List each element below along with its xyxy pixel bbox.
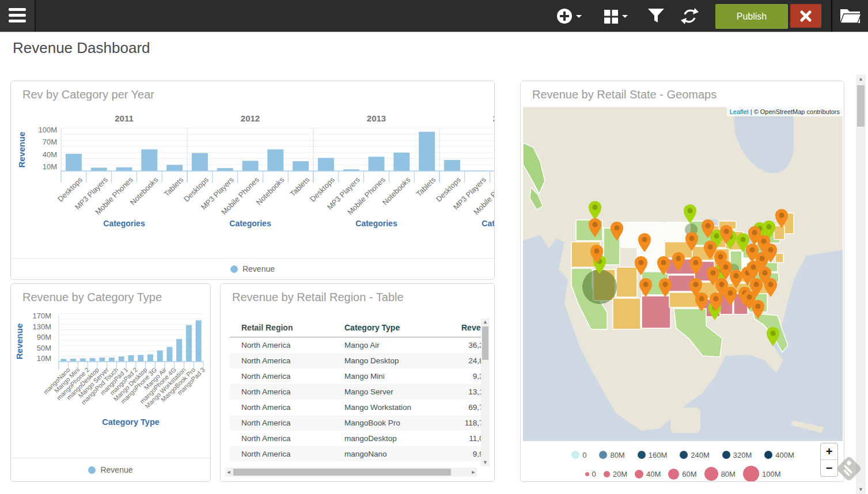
bar[interactable] xyxy=(147,355,153,362)
bar[interactable] xyxy=(91,168,107,171)
table-hscroll-thumb[interactable] xyxy=(233,469,451,476)
scroll-down-arrow-icon[interactable]: ▼ xyxy=(856,487,866,492)
bar[interactable] xyxy=(369,157,385,171)
revenue-bubble[interactable] xyxy=(582,269,617,304)
legend-item: 80M xyxy=(599,451,624,459)
table-row: North America Mango Server 13,18 xyxy=(230,384,481,400)
hamburger-icon xyxy=(9,8,26,11)
scroll-up-arrow-icon[interactable]: ▲ xyxy=(481,320,490,325)
state-shape[interactable] xyxy=(616,267,637,297)
legend-dot-icon xyxy=(743,466,759,482)
svg-text:Category Type: Category Type xyxy=(102,417,160,427)
svg-text:Revenue: Revenue xyxy=(14,324,24,360)
bar[interactable] xyxy=(66,154,82,171)
leaflet-map[interactable]: Leaflet | © OpenStreetMap contributors xyxy=(523,107,843,441)
plus-circle-icon xyxy=(556,8,573,24)
bar[interactable] xyxy=(186,325,192,362)
scroll-left-arrow-icon[interactable]: ◄ xyxy=(225,470,232,475)
bar[interactable] xyxy=(217,168,233,171)
bar[interactable] xyxy=(99,358,105,362)
hamburger-menu-button[interactable] xyxy=(0,0,35,32)
state-shape[interactable] xyxy=(642,296,670,328)
legend-dot-icon xyxy=(680,451,688,459)
brand-tag-watermark-icon xyxy=(834,454,864,484)
table-vertical-scrollbar[interactable]: ▲ ▼ xyxy=(481,318,490,466)
bar[interactable] xyxy=(192,153,208,171)
col-header: Revenue xyxy=(461,323,481,332)
chart-legend: Revenue xyxy=(11,258,494,279)
table-header-row: Retail Region Category Type Revenue xyxy=(230,318,481,337)
bar-chart: 170M130M90M50M10MRevenuemangoNanoMango M… xyxy=(11,307,210,459)
svg-text:Revenue: Revenue xyxy=(17,132,26,168)
add-widget-button[interactable] xyxy=(556,7,582,25)
bar[interactable] xyxy=(116,168,132,171)
svg-text:Notebooks: Notebooks xyxy=(381,175,412,207)
bar[interactable] xyxy=(109,358,115,362)
leaflet-link[interactable]: Leaflet xyxy=(730,108,749,115)
col-header: Category Type xyxy=(344,323,400,332)
svg-text:Categories: Categories xyxy=(229,219,271,228)
legend-item: 400M xyxy=(764,451,794,459)
svg-text:Categories: Categories xyxy=(482,219,494,228)
bar[interactable] xyxy=(157,351,163,362)
scroll-up-arrow-icon[interactable]: ▲ xyxy=(856,77,866,82)
svg-text:Tablets: Tablets xyxy=(414,175,437,198)
grid-icon xyxy=(604,9,619,24)
legend-dot-icon xyxy=(571,451,579,459)
scroll-right-arrow-icon[interactable]: ► xyxy=(470,470,477,475)
map-legend: 0 80M 160M 240M 320M 400M 0 20M 40M 60M … xyxy=(521,444,844,482)
bar[interactable] xyxy=(242,161,259,171)
svg-text:Tablets: Tablets xyxy=(288,175,311,198)
table-row: North America Mango Workstation 69,76 xyxy=(230,400,481,415)
bar[interactable] xyxy=(267,149,283,171)
legend-item: 160M xyxy=(638,451,668,459)
table-vscroll-thumb[interactable] xyxy=(482,326,488,360)
state-revenue-legend: 0 80M 160M 240M 320M 400M xyxy=(521,446,844,463)
bar[interactable] xyxy=(393,153,410,171)
state-shape[interactable] xyxy=(775,253,783,263)
col-header: Retail Region xyxy=(241,323,293,332)
state-shape[interactable] xyxy=(774,226,784,240)
filter-button[interactable] xyxy=(647,7,665,25)
bar[interactable] xyxy=(70,359,76,362)
legend-item: 40M xyxy=(635,470,661,478)
state-shape[interactable] xyxy=(613,298,640,329)
bar[interactable] xyxy=(176,339,182,362)
close-x-icon xyxy=(798,9,813,24)
svg-text:170M: 170M xyxy=(32,311,51,320)
bar[interactable] xyxy=(166,347,172,362)
legend-dot-icon xyxy=(599,451,607,459)
scroll-down-arrow-icon[interactable]: ▼ xyxy=(481,460,490,465)
files-button[interactable] xyxy=(839,6,862,24)
layout-button[interactable] xyxy=(604,7,628,25)
bar[interactable] xyxy=(444,160,460,171)
bar[interactable] xyxy=(138,355,143,362)
page-vscroll-thumb[interactable] xyxy=(857,85,865,127)
refresh-button[interactable] xyxy=(681,7,699,25)
svg-text:90M: 90M xyxy=(37,333,51,341)
svg-text:40M: 40M xyxy=(43,150,57,159)
legend-label: Revenue xyxy=(242,264,275,273)
svg-text:2012: 2012 xyxy=(241,113,260,123)
bar[interactable] xyxy=(90,358,96,362)
bar[interactable] xyxy=(128,355,134,362)
table-horizontal-scrollbar[interactable]: ◄ ► xyxy=(225,468,477,477)
toolbar-divider xyxy=(831,0,832,32)
bar[interactable] xyxy=(80,358,86,362)
bar[interactable] xyxy=(166,165,183,171)
bar[interactable] xyxy=(318,158,334,171)
svg-text:100M: 100M xyxy=(38,126,57,134)
svg-text:130M: 130M xyxy=(32,322,51,331)
bar[interactable] xyxy=(119,356,124,362)
bar[interactable] xyxy=(141,149,157,171)
bar[interactable] xyxy=(293,161,309,171)
svg-text:Categories: Categories xyxy=(103,219,145,228)
bar[interactable] xyxy=(419,132,435,171)
close-dashboard-button[interactable] xyxy=(790,4,821,28)
bar[interactable] xyxy=(196,320,202,362)
publish-button[interactable]: Publish xyxy=(715,4,788,29)
page-vertical-scrollbar[interactable]: ▲ ▼ xyxy=(856,75,866,494)
svg-text:Tablets: Tablets xyxy=(162,175,185,198)
svg-text:2011: 2011 xyxy=(115,113,134,123)
refresh-icon xyxy=(681,7,699,25)
